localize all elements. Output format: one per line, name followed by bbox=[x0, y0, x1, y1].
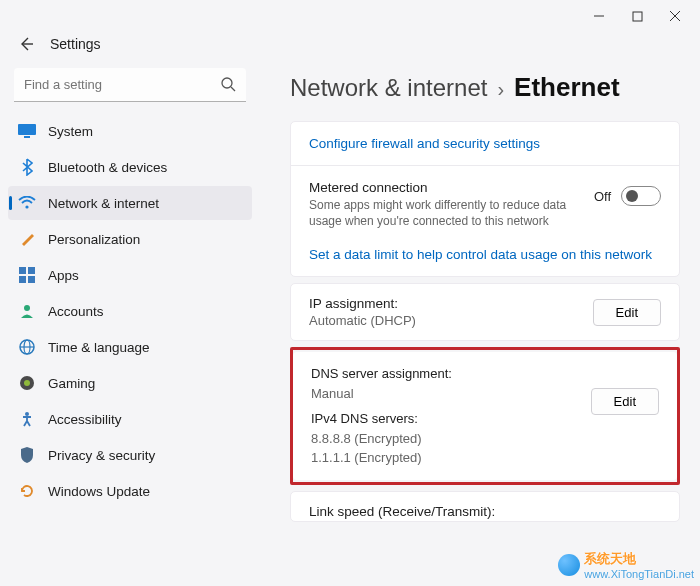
accessibility-icon bbox=[18, 410, 36, 428]
brush-icon bbox=[18, 230, 36, 248]
sidebar-item-label: Time & language bbox=[48, 340, 150, 355]
wifi-icon bbox=[18, 194, 36, 212]
sidebar-item-label: Privacy & security bbox=[48, 448, 155, 463]
header: Settings bbox=[0, 32, 700, 60]
watermark-url: www.XiTongTianDi.net bbox=[584, 568, 694, 580]
breadcrumb-parent[interactable]: Network & internet bbox=[290, 74, 487, 102]
sidebar-item-label: Apps bbox=[48, 268, 79, 283]
svg-rect-11 bbox=[28, 267, 35, 274]
sidebar-item-network[interactable]: Network & internet bbox=[8, 186, 252, 220]
watermark-globe-icon bbox=[558, 554, 580, 576]
sidebar: System Bluetooth & devices Network & int… bbox=[0, 60, 260, 584]
svg-rect-8 bbox=[24, 136, 30, 138]
system-icon bbox=[18, 122, 36, 140]
shield-icon bbox=[18, 446, 36, 464]
toggle-state-label: Off bbox=[594, 189, 611, 204]
bluetooth-icon bbox=[18, 158, 36, 176]
metered-description: Some apps might work differently to redu… bbox=[309, 197, 578, 229]
link-speed-label: Link speed (Receive/Transmit): bbox=[309, 504, 495, 519]
titlebar bbox=[0, 0, 700, 32]
svg-point-19 bbox=[24, 380, 30, 386]
svg-point-9 bbox=[25, 205, 28, 208]
network-settings-panel: Configure firewall and security settings… bbox=[290, 121, 680, 277]
svg-line-6 bbox=[231, 87, 235, 91]
sidebar-item-windows-update[interactable]: Windows Update bbox=[8, 474, 252, 508]
link-data-limit[interactable]: Set a data limit to help control data us… bbox=[291, 243, 679, 276]
update-icon bbox=[18, 482, 36, 500]
dns-assignment-panel: DNS server assignment: Manual IPv4 DNS s… bbox=[293, 352, 677, 480]
breadcrumb-current: Ethernet bbox=[514, 72, 619, 103]
accounts-icon bbox=[18, 302, 36, 320]
nav-list: System Bluetooth & devices Network & int… bbox=[8, 114, 252, 508]
sidebar-item-label: Accessibility bbox=[48, 412, 122, 427]
metered-title: Metered connection bbox=[309, 180, 578, 195]
maximize-button[interactable] bbox=[618, 2, 656, 30]
sidebar-item-label: Gaming bbox=[48, 376, 95, 391]
metered-connection-row: Metered connection Some apps might work … bbox=[291, 166, 679, 243]
svg-rect-7 bbox=[18, 124, 36, 135]
svg-rect-10 bbox=[19, 267, 26, 274]
svg-point-14 bbox=[24, 305, 30, 311]
close-button[interactable] bbox=[656, 2, 694, 30]
sidebar-item-accounts[interactable]: Accounts bbox=[8, 294, 252, 328]
svg-point-5 bbox=[222, 78, 232, 88]
sidebar-item-label: Bluetooth & devices bbox=[48, 160, 167, 175]
svg-rect-12 bbox=[19, 276, 26, 283]
dns-assignment-value: Manual bbox=[311, 384, 452, 404]
watermark: 系统天地 www.XiTongTianDi.net bbox=[558, 550, 694, 580]
sidebar-item-gaming[interactable]: Gaming bbox=[8, 366, 252, 400]
dns-edit-button[interactable]: Edit bbox=[591, 388, 659, 415]
sidebar-item-personalization[interactable]: Personalization bbox=[8, 222, 252, 256]
dns-assignment-label: DNS server assignment: bbox=[311, 364, 452, 384]
ipv4-dns-value-2: 1.1.1.1 (Encrypted) bbox=[311, 448, 452, 468]
sidebar-item-label: System bbox=[48, 124, 93, 139]
sidebar-item-accessibility[interactable]: Accessibility bbox=[8, 402, 252, 436]
back-button[interactable] bbox=[16, 34, 36, 54]
metered-toggle[interactable] bbox=[621, 186, 661, 206]
sidebar-item-bluetooth[interactable]: Bluetooth & devices bbox=[8, 150, 252, 184]
sidebar-item-system[interactable]: System bbox=[8, 114, 252, 148]
minimize-button[interactable] bbox=[580, 2, 618, 30]
app-title: Settings bbox=[50, 36, 101, 52]
sidebar-item-privacy[interactable]: Privacy & security bbox=[8, 438, 252, 472]
ip-assignment-label: IP assignment: bbox=[309, 296, 416, 311]
watermark-text: 系统天地 bbox=[584, 550, 694, 568]
sidebar-item-label: Accounts bbox=[48, 304, 104, 319]
sidebar-item-label: Personalization bbox=[48, 232, 140, 247]
link-firewall-settings[interactable]: Configure firewall and security settings bbox=[291, 122, 679, 165]
apps-icon bbox=[18, 266, 36, 284]
search-icon bbox=[220, 76, 236, 96]
sidebar-item-label: Windows Update bbox=[48, 484, 150, 499]
svg-rect-13 bbox=[28, 276, 35, 283]
svg-point-20 bbox=[25, 412, 29, 416]
breadcrumb: Network & internet › Ethernet bbox=[290, 66, 700, 103]
search-wrap bbox=[14, 68, 246, 102]
ip-assignment-value: Automatic (DHCP) bbox=[309, 313, 416, 328]
sidebar-item-time-language[interactable]: Time & language bbox=[8, 330, 252, 364]
ipv4-dns-value-1: 8.8.8.8 (Encrypted) bbox=[311, 429, 452, 449]
search-input[interactable] bbox=[14, 68, 246, 102]
svg-rect-1 bbox=[633, 12, 642, 21]
dns-highlight-box: DNS server assignment: Manual IPv4 DNS s… bbox=[290, 347, 680, 485]
gaming-icon bbox=[18, 374, 36, 392]
globe-icon bbox=[18, 338, 36, 356]
sidebar-item-label: Network & internet bbox=[48, 196, 159, 211]
ip-assignment-panel: IP assignment: Automatic (DHCP) Edit bbox=[290, 283, 680, 341]
sidebar-item-apps[interactable]: Apps bbox=[8, 258, 252, 292]
main-content: Network & internet › Ethernet Configure … bbox=[260, 60, 700, 584]
ip-edit-button[interactable]: Edit bbox=[593, 299, 661, 326]
link-speed-panel: Link speed (Receive/Transmit): bbox=[290, 491, 680, 522]
chevron-right-icon: › bbox=[497, 78, 504, 101]
ipv4-dns-label: IPv4 DNS servers: bbox=[311, 409, 452, 429]
